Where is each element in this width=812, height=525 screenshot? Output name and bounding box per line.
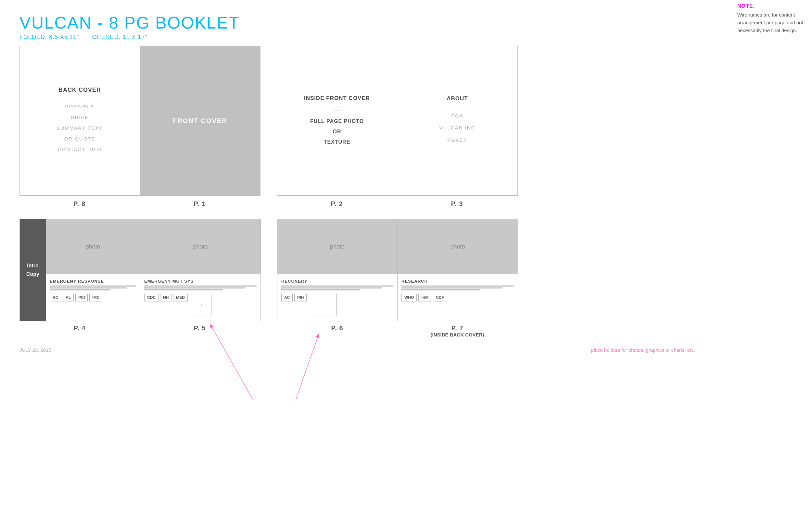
text-line-p5-1 [144, 286, 257, 286]
box-PIH: PIH [294, 294, 307, 301]
page-2: INSIDE FRONT COVER ---- FULL PAGE PHOTOO… [277, 46, 397, 195]
bottom-spread-2-pages: photo RECOVERY AC PIH [277, 219, 518, 321]
page-2-title: INSIDE FRONT COVER [304, 94, 370, 103]
page-5-text-area: EMERGENY MGT SYS CDC NH MED ↑ [140, 274, 261, 321]
page-4-boxes: RC AL PCI IMC [50, 294, 136, 301]
placeholder-box-p6 [311, 294, 337, 316]
box-IHM: IHM [418, 294, 431, 301]
page-7-label-cell: P. 7 (INSIDE BACK COVER) [397, 325, 518, 338]
page-7-boxes-row: WHO IHM C&F [402, 294, 514, 301]
bottom-spread-group-1: IntroCopy photo EMERGENY RESPONSE [19, 219, 261, 338]
main-title: VULCAN - 8 PG BOOKLET [19, 13, 793, 32]
page-5-photo: photo [140, 219, 261, 274]
page-1-title: FRONT COVER [173, 117, 227, 124]
page-5: photo EMERGENY MGT SYS CDC NH MED [140, 219, 261, 321]
page-4-text-area: EMERGENY RESPONSE RC AL PCI IMC [46, 274, 140, 321]
text-line-p5-3 [144, 289, 223, 290]
page-4: IntroCopy photo EMERGENY RESPONSE [20, 219, 140, 321]
page-2-dashes: ---- [333, 107, 341, 114]
title-section: VULCAN - 8 PG BOOKLET FOLDED: 8.5 Xx 11"… [19, 13, 793, 41]
box-PCI: PCI [75, 294, 88, 301]
box-WHO: WHO [402, 294, 417, 301]
page-7-section-title: RESEARCH [402, 279, 514, 284]
bottom-spreads-area: IntroCopy photo EMERGENY RESPONSE [19, 219, 793, 338]
note-box: NOTE: Wireframes are for content arrange… [734, 0, 812, 38]
text-line-p7-1 [402, 286, 514, 286]
page-1-label: P. 1 [140, 196, 260, 212]
top-spread-2-labels: P. 2 P. 3 [277, 196, 518, 212]
page-5-photo-label: photo [193, 243, 207, 250]
footer-area: JULY 29, 2015 place holders for photos, … [19, 347, 793, 353]
box-IMC: IMC [89, 294, 102, 301]
top-spread-group-2: INSIDE FRONT COVER ---- FULL PAGE PHOTOO… [277, 46, 518, 212]
bottom-spread-2-labels: P. 6 P. 7 (INSIDE BACK COVER) [277, 325, 518, 338]
page-4-content: photo EMERGENY RESPONSE RC [46, 219, 140, 321]
page-8-label: P. 8 [19, 196, 140, 212]
text-line-p6-1 [281, 286, 393, 286]
page-3-title: ABOUT [447, 95, 468, 102]
page-6-photo-label: photo [330, 243, 345, 250]
text-line-p6-3 [281, 289, 360, 290]
page-6-section-title: RECOVERY [281, 279, 393, 284]
page-6-label-cell: P. 6 [277, 325, 397, 338]
page-7-text-area: RESEARCH WHO IHM C&F [397, 274, 518, 321]
page-1: FRONT COVER [140, 46, 260, 195]
box-NH: NH [160, 294, 172, 301]
subtitle-opened: OPENED: 11 X 17" [92, 34, 147, 41]
subtitle-folded: FOLDED: 8.5 Xx 11" [19, 34, 79, 41]
page-4-photo: photo [46, 219, 140, 274]
page-5-label: P. 5 [140, 325, 260, 332]
text-line-p7-3 [402, 289, 480, 290]
arrow-up-icon: ↑ [200, 302, 203, 309]
page-6-photo: photo [277, 219, 397, 274]
page-5-section-title: EMERGENY MGT SYS [144, 279, 257, 284]
text-line-p5-2 [144, 287, 245, 288]
page-7-label: P. 7 [397, 325, 518, 332]
page-6-label: P. 6 [277, 325, 397, 332]
box-AL: AL [63, 294, 74, 301]
text-line-1 [50, 286, 136, 286]
page-4-label: P. 4 [19, 325, 140, 332]
page-4-section-title: EMERGENY RESPONSE [50, 279, 136, 284]
text-line-p7-2 [402, 287, 503, 288]
page-7: photo RESEARCH WHO IHM C&F [397, 219, 518, 321]
box-AC: AC [281, 294, 293, 301]
page-7-sublabel: (INSIDE BACK COVER) [397, 332, 518, 338]
page-8-body: POSSIBLEBRIEFSUMMARY TEXTOR QUOTECONTACT… [57, 101, 103, 155]
placeholder-box-p5: ↑ [192, 294, 212, 316]
box-CDC: CDC [144, 294, 159, 301]
page-6: photo RECOVERY AC PIH [277, 219, 397, 321]
page-2-label: P. 2 [277, 196, 397, 212]
page-7-photo-label: photo [450, 243, 465, 250]
page-4-photo-label: photo [85, 243, 100, 250]
top-spread-group-1: BACK COVER POSSIBLEBRIEFSUMMARY TEXTOR Q… [19, 46, 261, 212]
page-5-boxes-row: CDC NH MED ↑ [144, 294, 257, 316]
bottom-spread-1-labels: P. 4 P. 5 [19, 325, 261, 332]
date-label: JULY 29, 2015 [19, 347, 85, 353]
page-8: BACK COVER POSSIBLEBRIEFSUMMARY TEXTOR Q… [20, 46, 140, 195]
intro-copy-label: IntroCopy [26, 261, 39, 278]
page-8-title: BACK COVER [58, 87, 101, 93]
page-6-text-area: RECOVERY AC PIH [277, 274, 397, 321]
page-3-label: P. 3 [397, 196, 517, 212]
box-RC: RC [50, 294, 61, 301]
page-4-intro-sidebar: IntroCopy [20, 219, 46, 321]
box-MED: MED [173, 294, 188, 301]
text-line-2 [50, 287, 127, 288]
page-6-boxes-row: AC PIH [281, 294, 393, 316]
page-7-photo: photo [397, 219, 518, 274]
text-line-3 [50, 289, 110, 290]
top-spread-1-labels: P. 8 P. 1 [19, 196, 261, 212]
note-label: NOTE: [737, 3, 809, 9]
bottom-spread-group-2: photo RECOVERY AC PIH [277, 219, 518, 338]
annotation-text: place holders for photos, graphics or ch… [591, 347, 695, 353]
box-CF: C&F [433, 294, 447, 301]
text-line-p6-2 [281, 287, 382, 288]
note-text: Wireframes are for content arrangement p… [737, 11, 809, 34]
annotation-arrow-2 [295, 335, 318, 401]
page-3: ABOUT PGAVULCAN INCPGAEP [397, 46, 518, 195]
bottom-spread-1-pages: IntroCopy photo EMERGENY RESPONSE [19, 219, 261, 321]
